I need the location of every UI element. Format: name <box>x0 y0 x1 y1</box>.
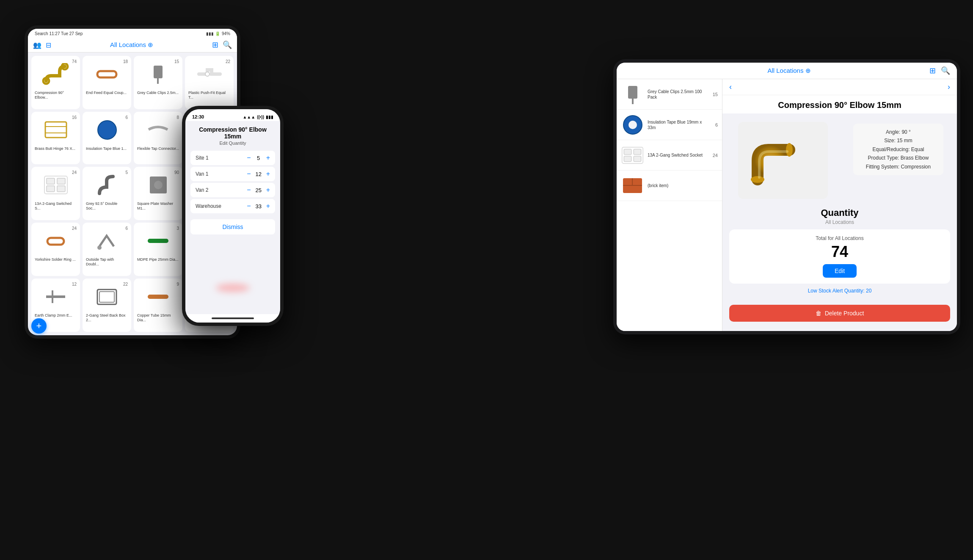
svg-rect-3 <box>154 66 163 78</box>
item-label: Flexible Tap Connector... <box>137 146 179 151</box>
item-label: Grey 92.5° Double Soc... <box>86 201 128 211</box>
svg-rect-34 <box>634 149 641 154</box>
svg-rect-33 <box>624 149 631 154</box>
list-item[interactable]: 6 Outside Tap with Doubl... <box>83 223 131 276</box>
list-item[interactable]: 22 2-Gang Steel Back Box 2... <box>83 279 131 332</box>
ipad-left-status-bar: Search 11:27 Tue 27 Sep ▮▮▮ 🔋 94% <box>28 29 237 38</box>
search-icon[interactable]: 🔍 <box>941 66 950 75</box>
product-image <box>621 174 644 197</box>
item-count: 6 <box>125 115 128 120</box>
edit-qty-button[interactable]: Edit <box>823 264 857 278</box>
list-item[interactable]: 15 Grey Cable Clips 2.5m... <box>134 56 182 109</box>
list-item[interactable]: 18 End Feed Equal Coup... <box>83 56 131 109</box>
battery-text: 94% <box>222 31 230 36</box>
decrease-button[interactable]: − <box>247 186 251 194</box>
product-image <box>92 115 122 145</box>
list-item[interactable]: 9 Copper Tube 15mm Dia... <box>134 279 182 332</box>
item-label: Plastic Push-Fit Equal T... <box>188 91 230 100</box>
svg-rect-36 <box>634 156 641 161</box>
spec-size: Size: 15 mm <box>860 136 937 145</box>
phone-subtitle: Edit Quantity <box>220 141 246 146</box>
item-label: Earth Clamp 2mm E... <box>35 313 77 318</box>
item-label: 2-Gang Steel Back Box 2... <box>86 313 128 323</box>
list-item[interactable]: Insulation Tape Blue 19mm x 33m 6 <box>617 110 722 140</box>
item-count: 24 <box>72 170 77 175</box>
list-item[interactable]: 24 13A 2-Gang Switched S... <box>31 167 80 220</box>
spec-angle: Angle: 90 ° <box>860 128 937 136</box>
product-image <box>92 282 122 312</box>
item-count: 6 <box>125 226 128 231</box>
svg-rect-6 <box>45 122 66 138</box>
qty-controls: − 12 + <box>247 170 270 178</box>
list-item[interactable]: (brick item) <box>617 171 722 201</box>
qty-card: Total for All Locations 74 Edit <box>729 229 950 284</box>
increase-button[interactable]: + <box>266 186 270 194</box>
item-count: 24 <box>713 153 718 158</box>
item-label: Square Plate Washer M1... <box>137 201 179 211</box>
delete-label: Delete Product <box>825 310 864 317</box>
item-name: Insulation Tape Blue 19mm x 33m <box>648 119 710 130</box>
product-image <box>621 83 644 106</box>
prev-arrow[interactable]: ‹ <box>729 83 732 91</box>
svg-rect-2 <box>97 71 116 77</box>
grid-icon[interactable]: ⊞ <box>929 66 936 75</box>
spec-fitting: Fitting System: Compression <box>860 163 937 171</box>
nav-right-icons: ⊞ 🔍 <box>212 40 232 50</box>
qty-value: 25 <box>254 187 263 193</box>
list-item-info: Insulation Tape Blue 19mm x 33m <box>648 119 710 130</box>
svg-point-20 <box>97 246 102 250</box>
phone-status-bar: 12:30 ▲▲▲ ((•)) ▮▮▮ <box>185 109 280 121</box>
product-image <box>143 59 173 89</box>
delete-product-button[interactable]: 🗑 Delete Product <box>729 305 950 322</box>
list-item[interactable]: 8 Flexible Tap Connector... <box>134 112 182 164</box>
list-item[interactable]: 13A 2-Gang Switched Socket 24 <box>617 140 722 171</box>
decrease-button[interactable]: − <box>247 202 251 210</box>
product-image <box>41 59 71 89</box>
dismiss-button[interactable]: Dismiss <box>190 219 275 234</box>
list-item[interactable]: 74 Compression 90° Elbow... <box>31 56 80 109</box>
svg-rect-28 <box>628 86 637 99</box>
list-item[interactable]: 3 MDPE Pipe 25mm Dia... <box>134 223 182 276</box>
list-item[interactable]: 24 Yorkshire Solder Ring ... <box>31 223 80 276</box>
svg-rect-14 <box>47 186 55 192</box>
list-item[interactable]: 90 Square Plate Washer M1... <box>134 167 182 220</box>
item-label: MDPE Pipe 25mm Dia... <box>137 257 179 262</box>
increase-button[interactable]: + <box>266 170 270 178</box>
phone-home-bar <box>185 314 280 323</box>
list-item[interactable]: 22 Plastic Push-Fit Equal T... <box>185 56 234 109</box>
add-product-button[interactable]: + <box>31 318 47 334</box>
item-count: 15 <box>713 92 718 97</box>
filter-icon[interactable]: ⊟ <box>46 41 51 49</box>
svg-point-41 <box>786 143 793 157</box>
search-icon[interactable]: 🔍 <box>223 40 232 50</box>
list-item[interactable]: 16 Brass Butt Hinge 76 X... <box>31 112 80 164</box>
product-image <box>92 170 122 200</box>
list-item[interactable]: 6 Insulation Tape Blue 1... <box>83 112 131 164</box>
item-count: 5 <box>125 170 128 175</box>
item-count: 18 <box>123 59 128 64</box>
qty-card-label: Total for All Locations <box>736 235 943 241</box>
item-count: 74 <box>72 59 77 64</box>
product-image <box>41 226 71 256</box>
people-icon[interactable]: 👥 <box>33 41 41 49</box>
location-name: Van 1 <box>196 171 208 177</box>
glow-decoration <box>216 284 250 292</box>
svg-rect-12 <box>47 178 55 184</box>
decrease-button[interactable]: − <box>247 170 251 178</box>
product-image <box>143 170 173 200</box>
grid-icon[interactable]: ⊞ <box>212 40 218 50</box>
detail-top-section: Angle: 90 ° Size: 15 mm Equal/Reducing: … <box>722 113 957 207</box>
increase-button[interactable]: + <box>266 154 270 162</box>
product-image <box>143 282 173 312</box>
list-item[interactable]: Grey Cable Clips 2.5mm 100 Pack 15 <box>617 79 722 110</box>
item-name: 13A 2-Gang Switched Socket <box>648 152 708 158</box>
next-arrow[interactable]: › <box>948 83 950 91</box>
item-name: (brick item) <box>648 183 718 188</box>
qty-controls: − 5 + <box>247 154 270 162</box>
decrease-button[interactable]: − <box>247 154 251 162</box>
battery-icon: ▮▮▮ <box>266 115 273 119</box>
increase-button[interactable]: + <box>266 202 270 210</box>
list-item[interactable]: 5 Grey 92.5° Double Soc... <box>83 167 131 220</box>
qty-value: 5 <box>254 155 263 161</box>
phone-status-icons: ▲▲▲ ((•)) ▮▮▮ <box>243 114 273 119</box>
